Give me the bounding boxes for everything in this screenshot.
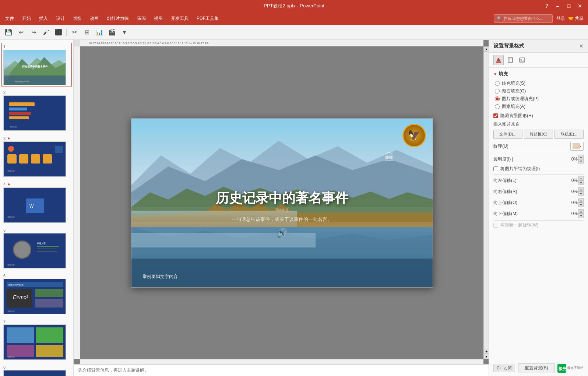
section-collapse-btn[interactable]: ▼ [493,72,497,76]
insert-file-btn[interactable]: 文件(D)... [493,130,522,139]
radio-gradient-input[interactable] [495,89,500,94]
radio-solid-fill[interactable]: 纯色填充(S) [495,80,584,87]
login-btn[interactable]: 登录 [556,15,565,22]
transparency-down-btn[interactable]: ▼ [578,159,584,164]
horizontal-scrollbar[interactable] [80,359,483,364]
undo-button[interactable]: ↩ [15,27,27,38]
menu-review[interactable]: 审阅 [133,14,149,23]
transparency-up-btn[interactable]: ▲ [578,155,584,159]
tile-checkbox[interactable]: 将图片平铺为纹理(I) [493,166,584,172]
offset-left-spinners: ▲ ▼ [578,176,584,185]
menu-insert[interactable]: 插入 [35,14,52,23]
offset-up-up[interactable]: ▲ [578,198,584,203]
more-button[interactable]: ▼ [119,27,130,38]
vertical-scrollbar[interactable]: ▲ ⊕ ▼ [483,46,489,359]
minimize-btn[interactable]: – [553,1,563,11]
panel-tab-fill[interactable] [493,55,504,65]
svg-text:E=mc²: E=mc² [13,294,28,300]
scroll-center-btn[interactable]: ⊕ [484,349,489,354]
share-btn[interactable]: 🤝 共享 [568,15,584,22]
texture-picker-btn[interactable] [570,142,584,151]
svg-marker-68 [580,146,581,147]
emblem-logo: 🦅 [402,124,426,147]
slide-thumb-3[interactable]: 3★ 页脚内容 [1,134,72,179]
insert-online-btn[interactable]: 联机(E)... [554,130,584,139]
slide-thumb-4[interactable]: 4★ W 页脚内容 [1,180,72,225]
slide-preview-3: 页脚内容 [3,141,66,177]
insert-chart-button[interactable]: 📊 [94,27,105,38]
panel-tab-image[interactable] [517,55,527,65]
svg-point-62 [521,59,522,60]
slide-thumb-8[interactable]: 8 [1,363,72,376]
menu-home[interactable]: 开始 [18,14,35,23]
reset-background-btn[interactable]: 重置背景(B) [518,363,554,373]
offset-down-up[interactable]: ▲ [578,209,584,214]
slide-num-6: 6 [3,274,70,278]
menu-animations[interactable]: 动画 [86,14,102,23]
hide-bg-shapes-input[interactable] [493,113,498,118]
input-method-btn[interactable]: CH △ 简 [493,364,515,372]
screen-clip-button[interactable]: ✂ [69,27,80,38]
svg-rect-15 [31,154,40,164]
offset-down-value-group: 0% ▲ ▼ [554,209,584,218]
rotate-with-shape-checkbox: 与形状一起旋转(W) [493,222,584,228]
offset-right-up[interactable]: ▲ [578,187,584,191]
svg-text:页脚内容: 页脚内容 [10,126,17,128]
fill-radio-group: 纯色填充(S) 渐变填充(G) 图片或纹理填充(P) 图案填充(A) [493,80,584,110]
search-placeholder: 告诉我您想要做什么... [504,16,543,21]
menu-design[interactable]: 设计 [52,14,68,23]
menu-right-actions: 登录 🤝 共享 [553,15,587,22]
close-btn[interactable]: ✕ [575,1,585,11]
format-painter-button[interactable]: 🖌 [41,27,52,38]
offset-up-down[interactable]: ▼ [578,203,584,207]
tile-input[interactable] [493,166,498,171]
restore-btn[interactable]: □ [564,1,574,11]
slide-thumb-1[interactable]: 1 历史记录中的著名事件 举例页脚文字内容 [1,43,72,87]
slide-thumb-6[interactable]: 6 光线照片的标题 E=mc² 页脚内容 [1,272,72,316]
radio-gradient-fill[interactable]: 渐变填充(G) [495,88,584,94]
offset-left-down[interactable]: ▼ [578,180,584,185]
menu-slideshow[interactable]: 幻灯片放映 [103,14,133,23]
radio-pattern-fill[interactable]: 图案填充(A) [495,103,584,110]
radio-picture-label: 图片或纹理填充(P) [502,96,539,102]
window-title: PPT教程2.pptx - PowerPoint [264,3,324,9]
panel-close-btn[interactable]: ✕ [579,43,584,49]
save-button[interactable]: 💾 [3,27,14,38]
slide-thumb-7[interactable]: 7 页脚内容 [1,317,72,362]
offset-left-up[interactable]: ▲ [578,176,584,180]
offset-down-row: 向下偏移(M) 0% ▲ ▼ [493,209,584,218]
ruler-corner [74,40,80,46]
search-box[interactable]: 🔍 告诉我您想要做什么... [494,14,553,23]
scroll-down-btn[interactable]: ▼ [484,354,489,359]
redo-button[interactable]: ↪ [28,27,39,38]
radio-picture-fill[interactable]: 图片或纹理填充(P) [495,96,584,102]
offset-left-value: 0% [571,178,578,183]
insert-table-button[interactable]: ⊞ [81,27,92,38]
fill-section: ▼ 填充 纯色填充(S) 渐变填充(G) 图片或纹理填充(P) [489,68,588,233]
insert-media-button[interactable]: 🎬 [106,27,117,38]
slide-thumb-5[interactable]: 5 标题文字 页脚内容 [1,226,72,270]
toolbar-separator-1 [66,29,67,36]
menu-pdf-tools[interactable]: PDF工具集 [193,14,222,23]
slide-num-7: 7 [3,319,70,324]
panel-tab-shape[interactable] [505,55,515,65]
radio-pattern-input[interactable] [495,104,500,109]
offset-down-value: 0% [571,211,578,216]
radio-solid-input[interactable] [495,81,500,86]
menu-transitions[interactable]: 切换 [69,14,85,23]
offset-down-down[interactable]: ▼ [578,214,584,218]
slide-thumb-2[interactable]: 2 页脚内容 [1,88,72,133]
radio-picture-input[interactable] [495,96,500,101]
hide-bg-shapes-label: 隐藏背景图形(H) [500,113,533,119]
offset-right-down[interactable]: ▼ [578,191,584,196]
insert-clipboard-btn[interactable]: 剪贴板(C) [524,130,553,139]
quick-access-button[interactable]: ⬛ [53,27,64,38]
offset-up-label: 向上偏移(O) [493,200,554,206]
menu-dev-tools[interactable]: 开发工具 [167,14,192,23]
scroll-up-btn[interactable]: ▲ [484,46,489,52]
menu-view[interactable]: 视图 [150,14,166,23]
help-btn[interactable]: ? [542,1,552,11]
menu-file[interactable]: 文件 [1,14,18,23]
notes-text: 先介绍背景信息，再进入主题讲解。 [78,367,149,373]
hide-bg-shapes-checkbox[interactable]: 隐藏背景图形(H) [493,113,584,119]
